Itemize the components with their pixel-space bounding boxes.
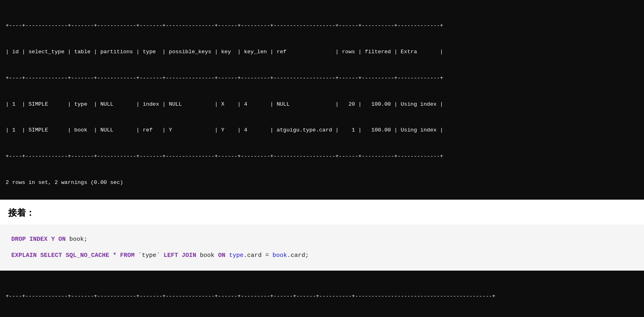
- type-backtick: `type`: [138, 252, 160, 259]
- top-data-row-2: | 1 | SIMPLE | book | NULL | ref | Y | Y…: [6, 126, 638, 135]
- book-ref: book: [272, 252, 287, 259]
- drop-keyword: DROP INDEX Y ON: [11, 236, 69, 243]
- top-header-row: | id | select_type | table | partitions …: [6, 48, 638, 56]
- bot-divider-top: +----+-------------+-------+------------…: [6, 292, 638, 301]
- dot-card-2: .card;: [287, 252, 309, 259]
- on-keyword: ON: [218, 252, 229, 259]
- section-label: 接着：: [0, 200, 644, 225]
- bottom-terminal-block: +----+-------------+-------+------------…: [0, 271, 644, 317]
- code-block: DROP INDEX Y ON book; EXPLAIN SELECT SQL…: [0, 225, 644, 271]
- drop-semicolon: ;: [84, 236, 87, 243]
- top-terminal-block: +----+-------------+-------+------------…: [0, 0, 644, 200]
- book-table: book: [200, 252, 218, 259]
- code-line-2: EXPLAIN SELECT SQL_NO_CACHE * FROM `type…: [11, 250, 633, 262]
- top-data-row-1: | 1 | SIMPLE | type | NULL | index | NUL…: [6, 100, 638, 109]
- left-join-keyword: LEFT JOIN: [160, 252, 200, 259]
- dot-card-1: .card =: [243, 252, 272, 259]
- type-ref: type: [229, 252, 243, 259]
- top-divider-top: +----+-------------+-------+------------…: [6, 21, 638, 30]
- code-line-1: DROP INDEX Y ON book;: [11, 234, 633, 246]
- top-divider-mid: +----+-------------+-------+------------…: [6, 74, 638, 83]
- top-divider-bot: +----+-------------+-------+------------…: [6, 152, 638, 161]
- drop-table: book: [69, 236, 84, 243]
- explain-keyword: EXPLAIN SELECT SQL_NO_CACHE * FROM: [11, 252, 138, 259]
- top-result-line: 2 rows in set, 2 warnings (0.00 sec): [6, 178, 638, 187]
- code-line-spacer: [11, 246, 633, 250]
